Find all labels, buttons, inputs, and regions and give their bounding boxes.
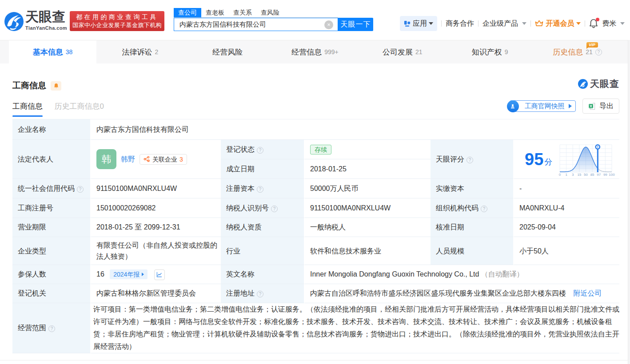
help-icon[interactable]: ?	[481, 206, 487, 212]
subscribe-bell-icon[interactable]	[51, 81, 61, 91]
action-buttons: 工商官网快照 导出	[510, 99, 619, 114]
tab-label: 法律诉讼	[122, 47, 152, 57]
tianyancha-logo-icon[interactable]	[4, 12, 24, 31]
user-name: 费米	[602, 20, 617, 27]
open-vip-menu[interactable]: 开通会员	[535, 19, 581, 28]
notification-dot	[596, 18, 599, 21]
tab-history-info[interactable]: 历史信息 21 ? VIP	[534, 40, 621, 63]
tab-business-info[interactable]: 经营信息 999+	[271, 40, 359, 63]
help-icon[interactable]: ?	[257, 147, 263, 154]
help-icon[interactable]: ?	[77, 186, 84, 193]
business-cooperation-link[interactable]: 商务合作	[446, 19, 474, 28]
field-label: 行业	[221, 237, 305, 265]
section-title: 工商信息	[12, 80, 46, 91]
apps-grid-icon	[404, 20, 411, 27]
tab-operational-risk[interactable]: 经营风险	[184, 40, 271, 63]
clear-search-icon[interactable]: ×	[324, 20, 333, 29]
section-divider	[0, 360, 628, 360]
tab-intellectual-property[interactable]: 知识产权 9	[446, 40, 534, 63]
table-row: 营业期限 2018-01-25 至 2099-12-31 纳税人资质 一般纳税人…	[12, 218, 619, 237]
divider	[441, 20, 442, 27]
subtab-business-info[interactable]: 工商信息	[12, 101, 43, 117]
search-input-wrap: ×	[174, 18, 338, 31]
enterprise-products-menu[interactable]: 企业级产品	[482, 19, 526, 28]
field-label-text: 登记状态	[226, 146, 255, 153]
tab-count: 38	[66, 48, 73, 55]
export-label: 导出	[599, 102, 614, 111]
header: 天眼查 TianYanCha.com 都在用的商业查询工具 国家中小企业发展子基…	[0, 0, 630, 40]
crown-icon	[535, 20, 543, 27]
search-input[interactable]	[174, 18, 338, 31]
excel-icon	[588, 103, 596, 110]
help-icon[interactable]: ?	[257, 186, 263, 193]
help-icon[interactable]: ?	[48, 325, 55, 332]
english-name-cell: Inner Mongolia Dongfang Guoxin Technolog…	[305, 265, 619, 284]
english-name-value: Inner Mongolia Dongfang Guoxin Technolog…	[310, 270, 479, 278]
business-scope-value: 许可项目：第一类增值电信业务；第二类增值电信业务；认证服务。（依法须经批准的项目…	[91, 303, 619, 353]
table-row: 登记机关 内蒙古和林格尔新区管理委员会 注册地址? 内蒙古自治区呼和浩特市盛乐经…	[12, 284, 619, 303]
field-label: 营业期限	[12, 218, 91, 237]
official-snapshot-button[interactable]: 工商官网快照	[510, 100, 576, 112]
search-tab-company[interactable]: 查公司	[174, 8, 201, 17]
related-companies-icon	[144, 156, 150, 162]
trend-chart-icon[interactable]	[154, 269, 165, 280]
tab-basic-info[interactable]: 基本信息 38	[9, 40, 96, 63]
search-tab-risk[interactable]: 查风险	[256, 8, 284, 17]
table-row: 法定代表人 韩 韩野 关联企	[12, 140, 619, 159]
reg-capital-value: 50000万人民币	[305, 179, 431, 198]
logo-text-block[interactable]: 天眼查 TianYanCha.com	[25, 10, 67, 31]
annual-report-label: 2024年报	[113, 269, 140, 280]
subtab-row: 工商信息 历史工商信息0 工商官网快照	[12, 101, 619, 114]
field-label-text: 统一社会信用代码	[18, 185, 75, 192]
subtab-history-business-info[interactable]: 历史工商信息0	[54, 101, 104, 117]
tyc-score-cell[interactable]: 95 分 0131550859799100	[514, 140, 619, 179]
insured-count-cell: 16 2024年报	[91, 265, 221, 284]
search-tab-relation[interactable]: 查关系	[229, 8, 256, 17]
field-label: 人员规模	[431, 237, 514, 265]
legal-rep-name-link[interactable]: 韩野	[121, 154, 135, 165]
notification-bell-icon[interactable]	[589, 19, 598, 28]
help-icon[interactable]: ?	[257, 291, 263, 297]
divider	[585, 20, 585, 27]
field-label: 纳税人识别号?	[221, 198, 305, 218]
apps-menu[interactable]: 应用	[400, 16, 437, 31]
field-label-text: 注册资本	[226, 185, 255, 192]
search-tabs: 查公司 查老板 查关系 查风险	[174, 8, 338, 18]
user-menu[interactable]: 费米	[602, 19, 625, 28]
svg-text:97: 97	[597, 172, 601, 176]
snapshot-label: 工商官网快照	[525, 102, 565, 110]
slogan-line2: 国家中小企业发展子基金旗下机构	[70, 21, 164, 29]
business-info-table: 企业名称 内蒙古东方国信科技有限公司 法定代表人 韩 韩野	[12, 119, 619, 353]
search-button[interactable]: 天眼一下	[338, 18, 373, 31]
paid-capital-value: -	[514, 179, 619, 198]
legal-rep-cell: 韩 韩野 关联企业 3	[91, 140, 221, 179]
tab-company-development[interactable]: 公司发展 21	[359, 40, 446, 63]
tab-label: 基本信息	[33, 47, 63, 57]
tab-label: 公司发展	[383, 47, 413, 57]
svg-text:15: 15	[578, 172, 582, 176]
legal-rep-avatar[interactable]: 韩	[96, 149, 116, 169]
scrollbar-track[interactable]	[628, 40, 630, 364]
nearby-companies-link[interactable]: 附近公司	[573, 289, 602, 297]
search-tab-boss[interactable]: 查老板	[201, 8, 229, 17]
triangle-right-icon	[569, 104, 572, 108]
score-wrap: 95 分 0131550859799100	[525, 143, 617, 176]
related-companies-badge[interactable]: 关联企业 3	[140, 154, 187, 165]
table-row: 企业名称 内蒙古东方国信科技有限公司	[12, 119, 619, 140]
tab-label: 经营信息	[291, 47, 322, 57]
export-button[interactable]: 导出	[582, 99, 619, 114]
table-row: 经营范围? 许可项目：第一类增值电信业务；第二类增值电信业务；认证服务。（依法须…	[12, 303, 619, 353]
help-icon[interactable]: ?	[467, 157, 473, 163]
tab-count: 9	[505, 48, 508, 55]
chevron-down-icon	[576, 22, 581, 25]
score-unit: 分	[544, 156, 552, 168]
annual-report-tag[interactable]: 2024年报	[110, 269, 148, 279]
tab-count: 999+	[324, 48, 339, 55]
tab-legal-proceedings[interactable]: 法律诉讼 2	[96, 40, 184, 63]
staff-size-value: 小于50人	[514, 237, 619, 265]
help-icon[interactable]: ?	[271, 206, 278, 212]
svg-text:99: 99	[603, 172, 607, 176]
stamp-icon	[507, 100, 519, 112]
table-row: 工商注册号 150100020269082 纳税人识别号? 91150100MA…	[12, 198, 619, 218]
help-icon[interactable]: ?	[595, 49, 602, 55]
